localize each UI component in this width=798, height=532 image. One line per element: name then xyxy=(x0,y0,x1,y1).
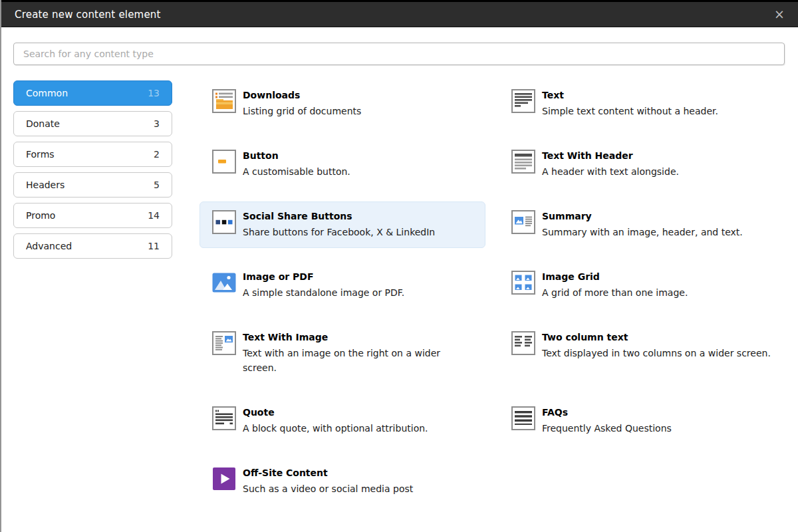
item-text: Image GridA grid of more than one image. xyxy=(542,271,688,300)
sidebar-item-donate[interactable]: Donate3 xyxy=(13,111,172,136)
item-title: FAQs xyxy=(542,407,672,418)
category-count: 5 xyxy=(154,180,160,190)
item-title: Downloads xyxy=(243,90,361,100)
category-label: Common xyxy=(26,88,68,98)
content-item-text-with-header[interactable]: Text With HeaderA header with text along… xyxy=(499,141,785,188)
item-text: Off-Site ContentSuch as a video or socia… xyxy=(243,467,413,496)
content-item-faqs[interactable]: FAQsFrequently Asked Questions xyxy=(499,398,785,444)
sidebar-item-promo[interactable]: Promo14 xyxy=(13,203,172,228)
button-icon xyxy=(212,150,236,174)
item-description: Listing grid of documents xyxy=(243,104,361,118)
search-input[interactable] xyxy=(13,43,785,65)
sidebar-item-headers[interactable]: Headers5 xyxy=(13,172,172,198)
item-description: A header with text alongside. xyxy=(542,164,679,179)
close-icon[interactable]: × xyxy=(774,8,785,21)
content-item-button[interactable]: ButtonA customisable button. xyxy=(200,141,485,188)
downloads-icon xyxy=(212,89,236,113)
category-count: 13 xyxy=(148,88,160,98)
item-title: Button xyxy=(243,150,350,161)
item-text: Text With ImageText with an image on the… xyxy=(243,331,473,375)
modal-title: Create new content element xyxy=(15,9,161,21)
sidebar-item-advanced[interactable]: Advanced11 xyxy=(13,233,172,259)
item-title: Two column text xyxy=(542,332,771,342)
social-share-icon xyxy=(212,210,236,234)
content-item-two-column-text[interactable]: Two column textText displayed in two col… xyxy=(499,323,785,384)
item-title: Image or PDF xyxy=(243,271,404,282)
off-site-content-icon xyxy=(212,467,236,491)
content-item-image-grid[interactable]: Image GridA grid of more than one image. xyxy=(499,262,785,309)
item-description: Such as a video or social media post xyxy=(243,481,413,496)
sidebar-item-common[interactable]: Common13 xyxy=(13,80,172,106)
item-description: A block quote, with optional attribution… xyxy=(243,421,428,436)
content-item-off-site-content[interactable]: Off-Site ContentSuch as a video or socia… xyxy=(200,458,485,505)
content-item-social-share-buttons[interactable]: Social Share ButtonsShare buttons for Fa… xyxy=(200,201,485,248)
category-count: 11 xyxy=(148,241,160,251)
faqs-icon xyxy=(511,406,535,430)
text-with-header-icon xyxy=(511,150,535,174)
content-item-text[interactable]: TextSimple text content without a header… xyxy=(499,80,785,127)
item-description: Text with an image on the right on a wid… xyxy=(243,346,473,375)
modal-body: Common13Donate3Forms2Headers5Promo14Adva… xyxy=(1,65,798,505)
item-description: Summary with an image, header, and text. xyxy=(542,225,743,239)
item-text: Two column textText displayed in two col… xyxy=(542,331,771,375)
content-item-downloads[interactable]: DownloadsListing grid of documents xyxy=(200,80,485,127)
image-or-pdf-icon xyxy=(212,271,236,295)
category-label: Forms xyxy=(26,149,55,160)
category-count: 14 xyxy=(148,210,160,221)
item-text: DownloadsListing grid of documents xyxy=(243,89,361,118)
item-title: Text With Image xyxy=(243,332,473,342)
category-count: 2 xyxy=(154,149,160,160)
content-item-summary[interactable]: SummarySummary with an image, header, an… xyxy=(499,201,785,248)
item-title: Text xyxy=(542,90,718,100)
item-title: Off-Site Content xyxy=(243,467,413,478)
content-item-quote[interactable]: QuoteA block quote, with optional attrib… xyxy=(200,398,485,444)
item-description: A simple standalone image or PDF. xyxy=(243,285,404,300)
sidebar-item-forms[interactable]: Forms2 xyxy=(13,142,172,167)
item-description: Simple text content without a header. xyxy=(542,104,718,118)
category-label: Headers xyxy=(26,180,65,190)
item-text: Social Share ButtonsShare buttons for Fa… xyxy=(243,210,435,239)
item-text: SummarySummary with an image, header, an… xyxy=(542,210,743,239)
content-item-text-with-image[interactable]: Text With ImageText with an image on the… xyxy=(200,323,485,384)
item-text: FAQsFrequently Asked Questions xyxy=(542,406,672,436)
modal-header: Create new content element × xyxy=(1,0,798,27)
content-item-image-or-pdf[interactable]: Image or PDFA simple standalone image or… xyxy=(200,262,485,309)
create-content-modal: Create new content element × Common13Don… xyxy=(0,0,798,532)
item-text: ButtonA customisable button. xyxy=(243,150,350,179)
category-label: Promo xyxy=(26,210,55,221)
item-description: A customisable button. xyxy=(243,164,350,179)
item-title: Image Grid xyxy=(542,271,688,282)
two-column-text-icon xyxy=(511,331,535,355)
search-row xyxy=(1,27,798,65)
item-title: Summary xyxy=(542,211,743,221)
item-description: Text displayed in two columns on a wider… xyxy=(542,346,771,360)
item-title: Quote xyxy=(243,407,428,418)
quote-icon xyxy=(212,406,236,430)
item-title: Social Share Buttons xyxy=(243,211,435,221)
category-sidebar: Common13Donate3Forms2Headers5Promo14Adva… xyxy=(13,80,172,264)
item-text: Text With HeaderA header with text along… xyxy=(542,150,679,179)
item-description: A grid of more than one image. xyxy=(542,285,688,300)
category-count: 3 xyxy=(154,118,160,129)
item-text: QuoteA block quote, with optional attrib… xyxy=(243,406,428,436)
summary-icon xyxy=(511,210,535,234)
item-title: Text With Header xyxy=(542,150,679,161)
item-text: TextSimple text content without a header… xyxy=(542,89,718,118)
text-icon xyxy=(511,89,535,113)
category-label: Advanced xyxy=(26,241,72,251)
content-type-grid: DownloadsListing grid of documentsTextSi… xyxy=(200,80,785,505)
image-grid-icon xyxy=(511,271,535,295)
category-label: Donate xyxy=(26,118,60,129)
item-description: Frequently Asked Questions xyxy=(542,421,672,436)
item-text: Image or PDFA simple standalone image or… xyxy=(243,271,404,300)
item-description: Share buttons for Facebook, X & LinkedIn xyxy=(243,225,435,239)
text-with-image-icon xyxy=(212,331,236,355)
